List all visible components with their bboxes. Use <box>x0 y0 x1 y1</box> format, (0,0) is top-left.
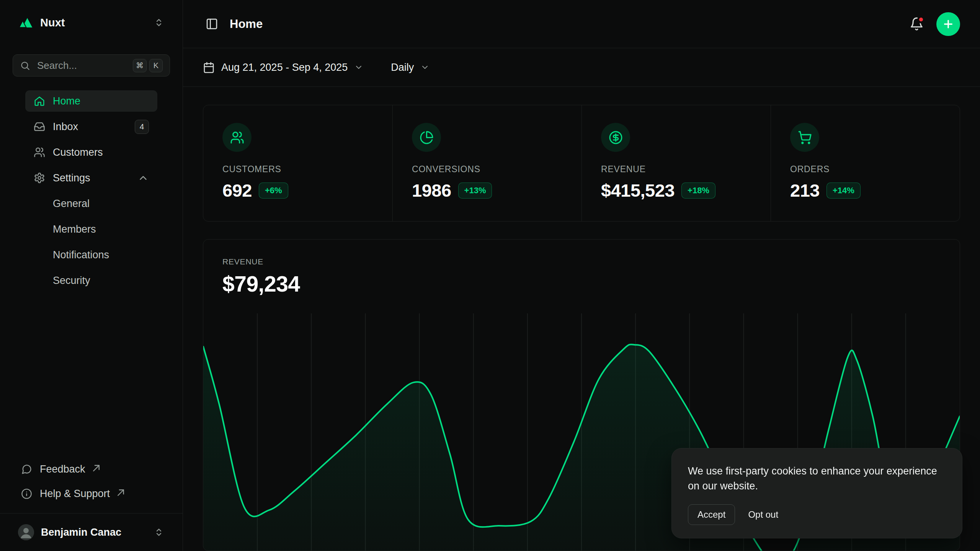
date-range-label: Aug 21, 2025 - Sep 4, 2025 <box>221 62 348 73</box>
stat-card-customers[interactable]: CUSTOMERS 692 +6% <box>203 105 392 221</box>
users-icon <box>230 130 244 145</box>
notifications-button[interactable] <box>908 16 925 33</box>
footer-link-label: Feedback <box>40 463 85 475</box>
user-menu[interactable]: Benjamin Canac <box>13 520 170 544</box>
stat-value: 692 <box>222 180 252 201</box>
sidebar-footer: Feedback Help & Support <box>0 458 183 513</box>
collapse-sidebar-button[interactable] <box>203 15 220 33</box>
info-circle-icon <box>21 488 32 499</box>
sidebar-item-settings-general[interactable]: General <box>25 193 157 214</box>
sidebar-item-customers[interactable]: Customers <box>25 142 157 163</box>
search-icon <box>20 60 30 71</box>
shopping-cart-icon <box>798 130 812 145</box>
stat-delta-badge: +14% <box>826 183 861 199</box>
revenue-head: REVENUE $79,234 <box>203 240 960 297</box>
stats-grid: CUSTOMERS 692 +6% CONVERSIONS 1986 +13% <box>203 105 960 222</box>
chevrons-up-down-icon <box>153 17 165 28</box>
chevrons-up-down-icon <box>153 527 165 538</box>
sidebar-item-settings-security[interactable]: Security <box>25 270 157 291</box>
chevron-down-icon <box>420 63 430 72</box>
page-title: Home <box>230 17 263 31</box>
avatar <box>18 524 34 540</box>
sidebar-top: Nuxt ⌘ K Home <box>0 0 183 291</box>
stat-delta-badge: +13% <box>458 183 492 199</box>
stat-value: $415,523 <box>601 180 675 201</box>
user-name: Benjamin Canac <box>41 527 121 538</box>
filters-bar: Aug 21, 2025 - Sep 4, 2025 Daily <box>183 48 980 87</box>
revenue-chart-label: REVENUE <box>222 257 941 266</box>
help-support-link[interactable]: Help & Support <box>13 483 170 505</box>
add-button[interactable] <box>936 12 960 36</box>
sidebar-item-home[interactable]: Home <box>25 90 157 112</box>
users-icon <box>34 147 45 158</box>
stat-label: CONVERSIONS <box>412 164 562 174</box>
stat-card-revenue[interactable]: REVENUE $415,523 +18% <box>581 105 771 221</box>
external-link-icon <box>115 487 126 498</box>
sidebar-item-label: Customers <box>53 147 103 158</box>
chat-bubble-icon <box>21 464 32 475</box>
cookie-actions: Accept Opt out <box>688 504 946 525</box>
feedback-link[interactable]: Feedback <box>13 458 170 480</box>
cookie-message: We use first-party cookies to enhance yo… <box>688 464 946 494</box>
sidebar-item-label: Home <box>53 95 80 107</box>
stat-delta-badge: +6% <box>259 183 288 199</box>
sidebar: Nuxt ⌘ K Home <box>0 0 183 551</box>
workspace-selector[interactable]: Nuxt <box>13 10 170 35</box>
kbd-cmd: ⌘ <box>133 59 147 72</box>
kbd-k: K <box>149 59 163 72</box>
pie-chart-icon <box>420 130 434 145</box>
home-icon <box>34 95 45 107</box>
header-actions <box>908 12 960 36</box>
dollar-circle-icon <box>609 130 623 145</box>
sidebar-item-settings-notifications[interactable]: Notifications <box>25 244 157 266</box>
sidebar-item-label: Inbox <box>53 121 78 133</box>
date-range-picker[interactable]: Aug 21, 2025 - Sep 4, 2025 <box>203 62 363 73</box>
nuxt-logo-icon <box>18 15 33 30</box>
workspace-name: Nuxt <box>40 16 65 29</box>
stat-delta-badge: +18% <box>681 183 715 199</box>
granularity-select[interactable]: Daily <box>391 62 430 73</box>
cookie-banner: We use first-party cookies to enhance yo… <box>671 448 962 538</box>
search-box[interactable]: ⌘ K <box>13 54 170 77</box>
sidebar-item-label: Settings <box>53 172 90 184</box>
cookie-opt-out-button[interactable]: Opt out <box>740 505 786 525</box>
stat-label: ORDERS <box>790 164 941 174</box>
calendar-icon <box>203 62 215 73</box>
external-link-icon <box>91 463 102 474</box>
sidebar-item-inbox[interactable]: Inbox 4 <box>25 116 157 137</box>
footer-link-label: Help & Support <box>40 488 110 500</box>
revenue-chart-value: $79,234 <box>222 271 941 297</box>
chevron-down-icon <box>354 63 363 72</box>
stat-label: CUSTOMERS <box>222 164 373 174</box>
stat-label: REVENUE <box>601 164 751 174</box>
sidebar-item-settings[interactable]: Settings <box>25 167 157 189</box>
granularity-label: Daily <box>391 62 414 73</box>
stat-value: 1986 <box>412 180 451 201</box>
search-shortcut: ⌘ K <box>133 59 163 72</box>
gear-icon <box>34 172 45 184</box>
sidebar-nav: Home Inbox 4 Customers <box>13 90 170 291</box>
main-header: Home <box>183 0 980 48</box>
plus-icon <box>942 18 954 30</box>
user-section: Benjamin Canac <box>0 513 183 551</box>
notification-dot <box>917 16 925 23</box>
stat-value: 213 <box>790 180 820 201</box>
chevron-up-icon <box>137 172 149 184</box>
panel-left-icon <box>206 18 218 30</box>
inbox-count-badge: 4 <box>135 120 149 134</box>
search-input[interactable] <box>37 60 126 72</box>
cookie-accept-button[interactable]: Accept <box>688 504 735 525</box>
inbox-icon <box>34 121 45 132</box>
stat-card-orders[interactable]: ORDERS 213 +14% <box>771 105 960 221</box>
stat-card-conversions[interactable]: CONVERSIONS 1986 +13% <box>392 105 581 221</box>
sidebar-item-settings-members[interactable]: Members <box>25 218 157 240</box>
